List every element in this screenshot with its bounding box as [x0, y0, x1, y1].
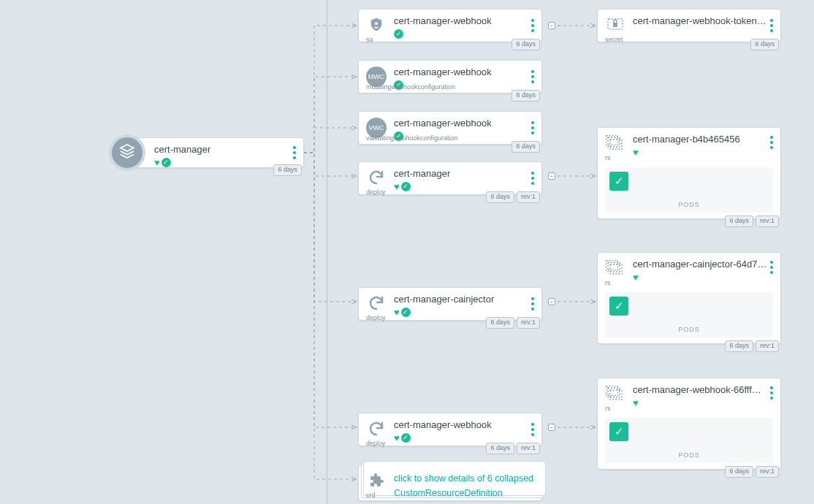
menu-button[interactable] — [528, 169, 537, 188]
menu-button[interactable] — [290, 143, 299, 162]
age-badge: 6 days — [486, 191, 514, 203]
replicaset-icon — [606, 134, 625, 153]
resource-node-deploy[interactable]: deploy cert-manager ♥✓ 6 days rev:1 — [358, 161, 542, 195]
rev-badge: rev:1 — [756, 340, 779, 352]
pods-area: ✓ PODS — [605, 418, 773, 463]
resource-node-vwc[interactable]: VWC validatingwebhookconfiguration cert-… — [358, 111, 542, 145]
kind-label: crd — [366, 492, 376, 499]
resource-node-deploy[interactable]: deploy cert-manager-webhook ♥✓ 6 days re… — [358, 413, 542, 446]
resource-node-mwc[interactable]: MWC mutatingwebhookconfiguration cert-ma… — [358, 60, 542, 93]
rev-badge: rev:1 — [756, 215, 779, 227]
resource-title: cert-manager-webhook — [394, 15, 534, 26]
kind-label: deploy — [366, 440, 386, 447]
replicaset-icon — [606, 259, 625, 278]
svg-rect-2 — [613, 23, 617, 27]
expand-knob[interactable]: - — [548, 424, 555, 431]
resource-title: cert-manager-webhook-token… — [633, 15, 773, 26]
age-badge: 6 days — [511, 141, 540, 153]
secret-icon — [606, 15, 625, 34]
collapsed-link[interactable]: CustomResourceDefinition — [394, 486, 534, 500]
resource-node-secret[interactable]: secret cert-manager-webhook-token… 6 day… — [597, 9, 781, 42]
kind-label: rs — [605, 405, 611, 412]
kind-label: sa — [366, 36, 373, 43]
resource-node-rs[interactable]: rs cert-manager-b4b465456 ♥ ✓ PODS 6 day… — [597, 127, 781, 219]
age-badge: 6 days — [725, 466, 753, 478]
shield-icon — [367, 15, 386, 34]
expand-knob[interactable]: - — [548, 22, 555, 29]
resource-title: cert-manager-b4b465456 — [633, 134, 773, 145]
pod-status-icon[interactable]: ✓ — [609, 297, 628, 316]
kind-label: mutatingwebhookconfiguration — [366, 83, 455, 91]
resource-node-rs[interactable]: rs cert-manager-cainjector-64d7… ♥ ✓ POD… — [597, 252, 781, 344]
resource-title: cert-manager-webhook — [394, 66, 534, 77]
heart-icon: ♥ — [633, 148, 639, 157]
check-icon: ✓ — [401, 182, 411, 191]
menu-button[interactable] — [528, 16, 537, 35]
age-badge: 6 days — [273, 164, 302, 176]
rev-badge: rev:1 — [517, 443, 540, 454]
svg-point-0 — [375, 22, 378, 25]
menu-button[interactable] — [528, 294, 537, 313]
heart-icon: ♥ — [633, 398, 639, 408]
resource-node-deploy[interactable]: deploy cert-manager-cainjector ♥✓ 6 days… — [358, 287, 542, 321]
resource-node-crd-collapsed[interactable]: crd click to show details of 6 collapsed… — [358, 465, 542, 501]
kind-label: rs — [605, 154, 611, 161]
rev-badge: rev:1 — [756, 466, 779, 478]
resource-title: cert-manager-cainjector-64d7… — [633, 259, 773, 270]
pod-status-icon[interactable]: ✓ — [609, 172, 628, 191]
resource-title: cert-manager-cainjector — [394, 294, 534, 305]
resource-title: cert-manager-webhook-66fff… — [633, 384, 773, 395]
deploy-icon — [367, 419, 386, 438]
age-badge: 6 days — [511, 39, 540, 50]
expand-knob[interactable]: - — [548, 172, 555, 180]
resource-node-sa[interactable]: sa cert-manager-webhook ✓ 6 days — [358, 9, 542, 42]
menu-button[interactable] — [767, 133, 776, 152]
check-icon: ✓ — [401, 433, 411, 443]
app-node[interactable]: cert-manager ♥ ✓ 6 days — [130, 137, 304, 168]
age-badge: 6 days — [725, 340, 753, 352]
deploy-icon — [367, 294, 386, 313]
kind-label: deploy — [366, 314, 386, 321]
app-title: cert-manager — [154, 144, 296, 155]
menu-button[interactable] — [767, 258, 776, 277]
rev-badge: rev:1 — [517, 191, 540, 203]
heart-icon: ♥ — [394, 308, 400, 317]
kind-label: validatingwebhookconfiguration — [366, 134, 458, 142]
heart-icon: ♥ — [394, 182, 400, 191]
heart-icon: ♥ — [154, 158, 160, 167]
expand-knob[interactable]: - — [548, 298, 555, 305]
pods-area: ✓ PODS — [605, 292, 773, 337]
kind-label: deploy — [366, 188, 386, 196]
age-badge: 6 days — [725, 215, 753, 227]
heart-icon: ♥ — [633, 272, 639, 282]
resource-title: cert-manager — [394, 168, 534, 179]
resource-node-rs[interactable]: rs cert-manager-webhook-66fff… ♥ ✓ PODS … — [597, 378, 781, 470]
kind-label: secret — [605, 36, 623, 43]
menu-button[interactable] — [528, 420, 537, 439]
age-badge: 6 days — [486, 443, 514, 454]
rev-badge: rev:1 — [517, 317, 540, 329]
menu-button[interactable] — [528, 67, 537, 86]
app-icon — [109, 134, 145, 171]
replicaset-icon — [606, 384, 625, 403]
kind-label: rs — [605, 279, 611, 286]
menu-button[interactable] — [528, 118, 537, 137]
age-badge: 6 days — [750, 39, 779, 50]
deploy-icon — [367, 168, 386, 187]
pods-label: PODS — [678, 326, 700, 333]
pods-area: ✓ PODS — [605, 167, 773, 213]
check-icon: ✓ — [401, 308, 411, 317]
pods-label: PODS — [678, 201, 700, 208]
collapsed-link[interactable]: click to show details of 6 collapsed — [394, 471, 534, 486]
menu-button[interactable] — [767, 16, 776, 35]
puzzle-icon — [367, 471, 386, 490]
heart-icon: ♥ — [394, 433, 400, 443]
pod-status-icon[interactable]: ✓ — [609, 422, 628, 441]
pods-label: PODS — [678, 451, 700, 459]
age-badge: 6 days — [486, 317, 514, 329]
menu-button[interactable] — [767, 383, 776, 402]
check-icon: ✓ — [394, 29, 403, 39]
resource-title: cert-manager-webhook — [394, 419, 534, 430]
check-icon: ✓ — [161, 158, 171, 167]
resource-title: cert-manager-webhook — [394, 118, 534, 129]
